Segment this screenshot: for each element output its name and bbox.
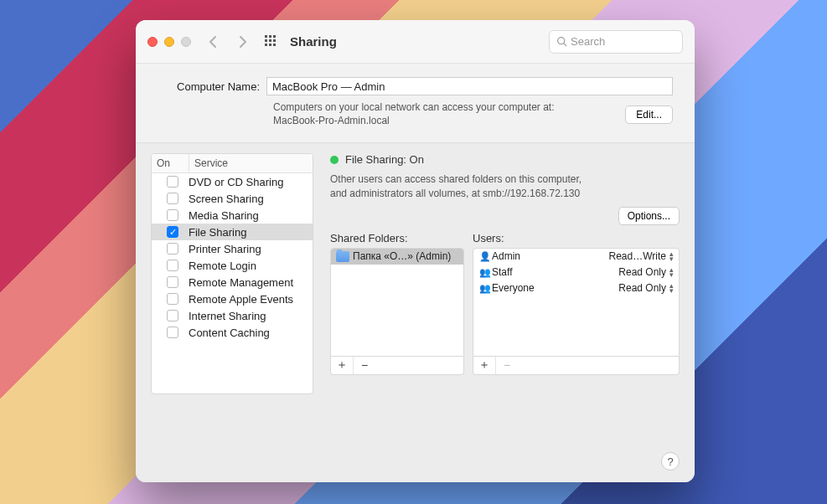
service-checkbox[interactable]: [167, 243, 178, 255]
computer-name-hint: Computers on your local network can acce…: [273, 100, 592, 127]
status-description: Other users can access shared folders on…: [330, 172, 680, 199]
user-item[interactable]: StaffRead Only▴▾: [473, 265, 679, 280]
folder-name: Папка «O…» (Admin): [353, 250, 451, 262]
service-name: Remote Management: [189, 276, 308, 289]
service-checkbox[interactable]: [167, 327, 178, 338]
user-name: Staff: [492, 266, 512, 278]
folder-icon: [336, 251, 349, 262]
svg-line-10: [564, 44, 566, 46]
svg-rect-2: [273, 35, 276, 38]
search-input[interactable]: Search: [549, 30, 683, 54]
service-name: Content Caching: [189, 327, 308, 339]
user-item[interactable]: AdminRead…Write▴▾: [473, 249, 679, 265]
service-name: Printer Sharing: [189, 243, 308, 255]
service-row[interactable]: Media Sharing: [152, 207, 313, 224]
service-row[interactable]: Screen Sharing: [152, 190, 313, 207]
service-name: Internet Sharing: [189, 310, 308, 322]
service-checkbox[interactable]: [167, 193, 178, 204]
minimize-icon[interactable]: [164, 37, 174, 47]
computer-name-field[interactable]: MacBook Pro — Admin: [266, 77, 673, 95]
service-checkbox[interactable]: [167, 226, 178, 238]
service-checkbox[interactable]: [167, 276, 178, 288]
chevron-updown-icon: ▴▾: [669, 267, 674, 278]
service-checkbox[interactable]: [167, 310, 178, 321]
users-list[interactable]: AdminRead…Write▴▾StaffRead Only▴▾Everyon…: [473, 248, 680, 357]
service-checkbox[interactable]: [167, 293, 178, 305]
service-row[interactable]: Internet Sharing: [152, 307, 313, 324]
back-button[interactable]: [206, 35, 220, 49]
service-name: DVD or CD Sharing: [189, 176, 308, 188]
svg-rect-5: [273, 39, 276, 42]
edit-hostname-button[interactable]: Edit...: [625, 105, 673, 124]
window-title: Sharing: [290, 34, 337, 49]
shared-folder-item[interactable]: Папка «O…» (Admin): [331, 249, 463, 265]
people-icon: [478, 266, 492, 278]
window-controls: [147, 37, 191, 47]
svg-rect-7: [269, 44, 271, 46]
service-checkbox[interactable]: [167, 260, 178, 271]
service-row[interactable]: Remote Apple Events: [152, 291, 313, 307]
service-name: Remote Apple Events: [189, 293, 308, 306]
add-folder-button[interactable]: ＋: [331, 357, 353, 374]
computer-name-label: Computer Name:: [158, 80, 266, 93]
shared-folders-label: Shared Folders:: [330, 232, 464, 244]
sharing-preferences-window: Sharing Search Computer Name: MacBook Pr…: [136, 20, 695, 482]
folders-add-remove: ＋ −: [330, 357, 464, 375]
svg-rect-1: [269, 35, 271, 38]
service-checkbox[interactable]: [167, 209, 178, 221]
remove-user-button: −: [496, 357, 518, 374]
chevron-updown-icon: ▴▾: [669, 251, 674, 262]
user-name: Admin: [492, 250, 520, 262]
user-item[interactable]: EveryoneRead Only▴▾: [473, 280, 679, 296]
titlebar: Sharing Search: [136, 20, 695, 64]
svg-rect-8: [273, 44, 276, 46]
svg-rect-6: [265, 44, 267, 46]
help-button[interactable]: ?: [661, 452, 680, 471]
status-title: File Sharing: On: [345, 153, 424, 166]
service-row[interactable]: Printer Sharing: [152, 240, 313, 257]
users-add-remove: ＋ −: [473, 357, 680, 375]
chevron-updown-icon: ▴▾: [669, 283, 674, 294]
users-label: Users:: [473, 232, 680, 244]
service-row[interactable]: File Sharing: [152, 224, 313, 240]
remove-folder-button[interactable]: −: [354, 357, 375, 374]
service-row[interactable]: Content Caching: [152, 324, 313, 341]
permission-select[interactable]: Read…Write▴▾: [609, 250, 674, 262]
group-icon: [478, 282, 492, 294]
service-name: File Sharing: [189, 226, 308, 239]
service-row[interactable]: DVD or CD Sharing: [152, 173, 313, 190]
service-name: Remote Login: [189, 260, 308, 272]
forward-button[interactable]: [236, 35, 250, 49]
nav-arrows: [206, 35, 250, 49]
service-name: Media Sharing: [189, 209, 308, 222]
service-row[interactable]: Remote Management: [152, 274, 313, 291]
search-placeholder: Search: [571, 35, 605, 48]
svg-rect-4: [269, 39, 271, 42]
zoom-icon: [181, 37, 191, 47]
svg-rect-0: [265, 35, 267, 38]
services-header-service[interactable]: Service: [189, 154, 313, 172]
close-icon[interactable]: [147, 37, 158, 47]
search-icon: [556, 36, 567, 47]
services-list: On Service DVD or CD SharingScreen Shari…: [151, 153, 313, 394]
svg-point-9: [558, 38, 565, 44]
status-indicator-icon: [330, 156, 339, 164]
services-header-on[interactable]: On: [152, 154, 189, 172]
permission-select[interactable]: Read Only▴▾: [618, 282, 674, 294]
add-user-button[interactable]: ＋: [473, 357, 495, 374]
service-row[interactable]: Remote Login: [152, 257, 313, 274]
service-checkbox[interactable]: [167, 176, 178, 188]
shared-folders-list[interactable]: Папка «O…» (Admin): [330, 248, 464, 357]
show-all-icon[interactable]: [265, 35, 278, 49]
service-name: Screen Sharing: [189, 193, 308, 205]
options-button[interactable]: Options...: [618, 207, 680, 225]
person-icon: [478, 250, 492, 262]
user-name: Everyone: [492, 282, 535, 294]
permission-select[interactable]: Read Only▴▾: [618, 266, 674, 278]
svg-rect-3: [265, 39, 267, 42]
